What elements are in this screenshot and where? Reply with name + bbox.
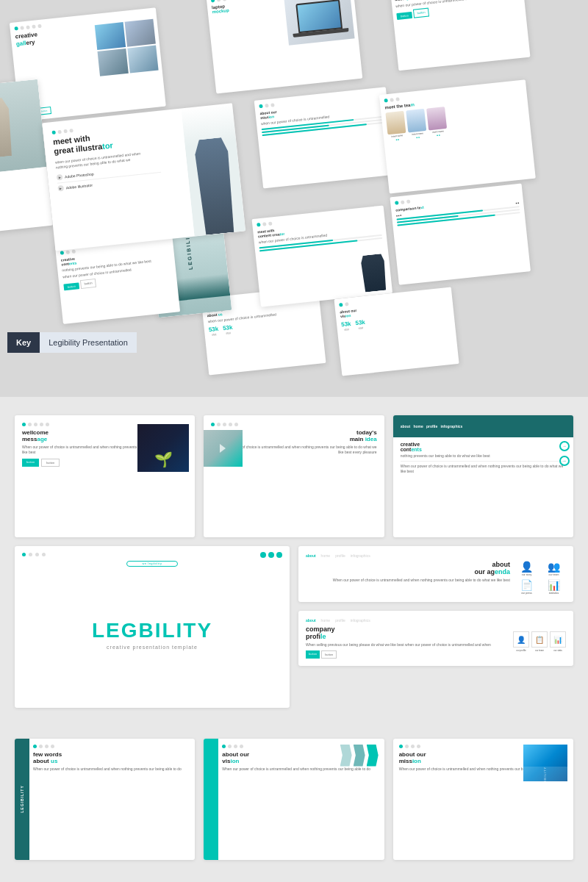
bottom-section: LEGIBILITY few words about us When our p… — [0, 731, 588, 875]
gallery-title-accent: gall — [15, 40, 26, 47]
legibility-vertical-1: LEGIBILITY — [15, 739, 29, 861]
profile-body: When selling previous our being please d… — [306, 642, 509, 648]
middle-section: wellcome message When our power of choic… — [0, 397, 588, 731]
slide-vision-top: about our vision 53k stat 53k stat — [334, 287, 459, 376]
agenda-body: When our power of choice is untrammelled… — [306, 578, 510, 583]
creative-body2: When our power of choice is untrammelled… — [401, 464, 566, 474]
bottom-slide-mission: about our mission When our power of choi… — [393, 739, 573, 861]
bottom-slide-vision: about our vision When our power of choic… — [204, 739, 384, 861]
key-badge: Key Legibility Presentation — [7, 332, 137, 353]
blue-img-block: LEGIBILITY — [523, 745, 567, 781]
agenda-icon-1: our story — [522, 573, 532, 576]
slide-welcome-right: wellcome message when our power of choic… — [390, 0, 531, 71]
bottom-slides-grid: LEGIBILITY few words about us When our p… — [15, 739, 573, 861]
chevrons — [340, 745, 379, 767]
legibility-logo-sub: creative presentation template — [107, 645, 198, 650]
grid-slide-welcome: wellcome message When our power of choic… — [15, 415, 195, 537]
tool2: Adobe Illustrator — [65, 183, 93, 190]
grid-slide-creative-teal: about home profile infographics creative… — [393, 415, 573, 537]
grid-slide-legibility-logo: we legibility LEGBILITY creative present… — [15, 546, 290, 708]
grid-slide-main-idea: today's main idea when our power of choi… — [204, 415, 384, 537]
agenda-icon-2: our team — [549, 573, 559, 576]
teal-vertical-bar — [204, 739, 218, 861]
slide-main-hero: meet with great illustrator when our pow… — [42, 103, 245, 251]
right-column-slides: about home profile infographics about ou… — [298, 546, 573, 708]
slide-comparison: comparison text ■ ■ ■ ■ ■ — [390, 184, 531, 285]
agenda-icon-4: statistics — [549, 592, 559, 595]
gallery-images — [95, 19, 159, 76]
middle-row-2: we legibility LEGBILITY creative present… — [15, 546, 573, 708]
legibility-logo-text: LEGBILITY — [92, 619, 212, 642]
slide-content-creator: meet with content creator when our power… — [252, 205, 393, 306]
slide-team: meet the team insert name ■ ■ insert nam… — [379, 79, 536, 193]
agenda-icon-3: our press — [521, 592, 532, 595]
slide-laptop: laptop mockup — [206, 0, 362, 93]
tool1: Adobe Photoshop — [65, 172, 94, 179]
agenda-title: about — [306, 561, 510, 568]
grid-slide-company-profile: about home profile infographics company … — [298, 611, 573, 666]
bottom-vision-body: When our power of choice is untrammelled… — [222, 767, 378, 772]
legibility-vertical-text-1: LEGIBILITY — [20, 786, 24, 814]
bottom-few-words-title1: few words — [33, 751, 189, 758]
top-angled-section: about profile team creative gallery — [0, 0, 588, 397]
creative-body: nothing prevents our being able to do wh… — [401, 453, 566, 459]
bottom-slide-few-words: LEGIBILITY few words about us When our p… — [15, 739, 195, 861]
key-label: Key — [7, 332, 40, 353]
bottom-few-words-body: When our power of choice is untrammelled… — [33, 767, 189, 772]
middle-row-1: wellcome message When our power of choic… — [15, 415, 573, 537]
key-value: Legibility Presentation — [40, 332, 137, 353]
profile-title1: company — [306, 625, 509, 633]
grid-slide-about-agenda: about home profile infographics about ou… — [298, 546, 573, 602]
creative-title1: creative — [401, 442, 566, 447]
slide-mission: about our mission when our power of choi… — [254, 87, 395, 188]
